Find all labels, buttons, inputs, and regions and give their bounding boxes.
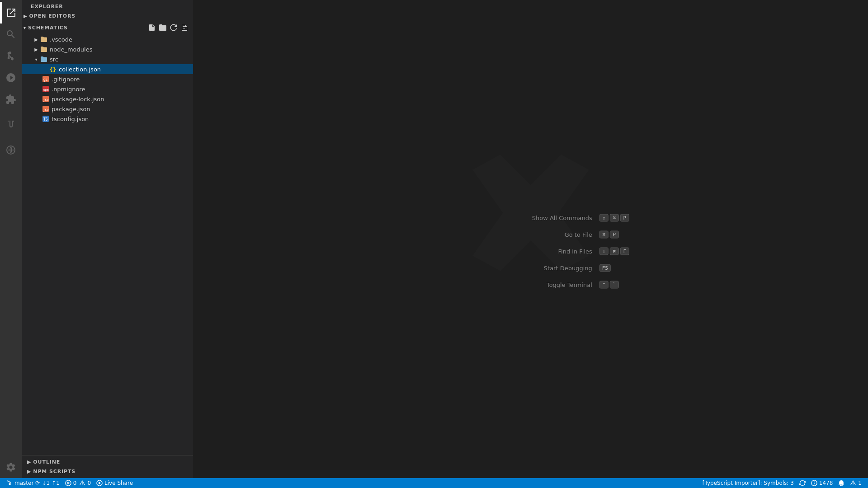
error-icon (65, 480, 71, 486)
src-folder-icon (40, 55, 48, 63)
open-editors-label: Open Editors (29, 13, 76, 19)
cmd-go-to-file-label: Go to File (520, 231, 592, 238)
src-chevron: ▾ (33, 57, 40, 62)
refresh-button[interactable] (169, 23, 179, 33)
git-sync-icon: ⟳ (35, 480, 40, 486)
tree-item-npmignore[interactable]: npm .npmignore (22, 84, 193, 94)
activity-run[interactable] (0, 67, 22, 89)
new-file-button[interactable] (147, 23, 157, 33)
collapse-all-button[interactable] (179, 23, 189, 33)
tsconfig-icon: TS (42, 115, 50, 123)
node-modules-name: node_modules (50, 46, 92, 53)
tree-item-vscode[interactable]: ▶ .vscode (22, 34, 193, 44)
svg-text:json: json (43, 108, 49, 112)
app-container: Explorer ▶ Open Editors ▾ Schematics (0, 0, 868, 478)
activity-explorer[interactable] (0, 2, 22, 23)
svg-rect-21 (853, 482, 854, 484)
cmd-toggle-terminal-label: Toggle Terminal (520, 282, 592, 288)
open-editors-section[interactable]: ▶ Open Editors (22, 11, 193, 21)
notification-status[interactable] (835, 478, 847, 488)
package-lock-name: package-lock.json (52, 96, 104, 103)
live-share-icon (96, 480, 103, 486)
live-share-status[interactable]: Live Share (94, 478, 136, 488)
sidebar-header: Explorer (22, 0, 193, 11)
npm-scripts-section[interactable]: ▶ NPM Scripts (22, 467, 193, 476)
welcome-commands: Show All Commands ⇧ ⌘ P Go to File ⌘ P F… (520, 214, 629, 298)
tree-item-collection-json[interactable]: {} collection.json (22, 64, 193, 74)
node-modules-folder-icon (40, 45, 48, 53)
open-editors-chevron: ▶ (24, 14, 28, 19)
tree-item-package-json[interactable]: json package.json (22, 104, 193, 114)
svg-point-20 (814, 482, 815, 483)
main-content: Show All Commands ⇧ ⌘ P Go to File ⌘ P F… (193, 0, 868, 478)
status-bar: master ⟳ ↓1 ↑1 0 0 Live Share [TypeScrip… (0, 478, 868, 488)
tree-item-gitignore[interactable]: gi .gitignore (22, 74, 193, 84)
npm-chevron: ▶ (27, 469, 31, 474)
npm-scripts-label: NPM Scripts (33, 469, 75, 474)
key-cmd: ⌘ (610, 214, 619, 222)
notification-icon (838, 480, 844, 486)
cmd-start-debug-keys: F5 (599, 264, 611, 272)
activity-settings[interactable] (0, 456, 22, 478)
alert-count: 1 (858, 480, 862, 486)
svg-text:gi: gi (43, 78, 48, 82)
cmd-find-files-keys: ⇧ ⌘ F (599, 248, 629, 255)
errors-warnings-status[interactable]: 0 0 (62, 478, 94, 488)
command-find-in-files: Find in Files ⇧ ⌘ F (520, 248, 629, 255)
activity-extensions[interactable] (0, 89, 22, 110)
src-name: src (50, 56, 58, 63)
tree-item-tsconfig[interactable]: TS tsconfig.json (22, 114, 193, 124)
key-shift2: ⇧ (599, 248, 609, 255)
gitignore-name: .gitignore (52, 76, 80, 83)
line-info-icon (811, 480, 817, 486)
outline-chevron: ▶ (27, 459, 31, 465)
key-f: F (620, 248, 629, 255)
live-share-label: Live Share (104, 480, 133, 486)
package-lock-icon: json (42, 95, 50, 103)
svg-point-22 (853, 484, 854, 484)
git-branch-icon (6, 480, 13, 486)
sidebar: Explorer ▶ Open Editors ▾ Schematics (22, 0, 193, 478)
outline-label: Outline (33, 459, 60, 465)
tree-item-node-modules[interactable]: ▶ node_modules (22, 44, 193, 54)
cmd-toggle-terminal-keys: ^ ` (599, 281, 619, 289)
line-info-status[interactable]: 1478 (808, 478, 836, 488)
error-count: 0 (73, 480, 77, 486)
git-down-count: ↓1 (42, 480, 50, 486)
collection-json-icon: {} (49, 65, 57, 73)
key-backtick: ` (610, 281, 619, 289)
sync-icon (799, 480, 806, 486)
new-folder-button[interactable] (158, 23, 168, 33)
schematics-section[interactable]: ▾ Schematics (22, 21, 193, 34)
activity-testing[interactable] (0, 114, 22, 136)
key-f5: F5 (599, 264, 611, 272)
tree-item-src[interactable]: ▾ src (22, 54, 193, 64)
key-shift: ⇧ (599, 214, 609, 222)
svg-rect-14 (82, 482, 83, 484)
tsconfig-name: tsconfig.json (52, 116, 89, 122)
alert-status[interactable]: 1 (847, 478, 864, 488)
schematics-label: Schematics (28, 25, 68, 31)
cmd-go-to-file-keys: ⌘ P (599, 231, 619, 239)
cmd-start-debug-label: Start Debugging (520, 265, 592, 272)
activity-remote[interactable] (0, 139, 22, 161)
tree-item-package-lock[interactable]: json package-lock.json (22, 94, 193, 104)
command-go-to-file: Go to File ⌘ P (520, 231, 629, 239)
npmignore-icon: npm (42, 85, 50, 93)
ts-importer-status[interactable]: [TypeScript Importer]: Symbols: 3 (700, 478, 797, 488)
cmd-show-all-label: Show All Commands (520, 215, 592, 221)
activity-search[interactable] (0, 23, 22, 45)
svg-text:TS: TS (43, 117, 48, 122)
key-cmd3: ⌘ (610, 248, 619, 255)
activity-source-control[interactable] (0, 45, 22, 67)
package-json-name: package.json (52, 106, 90, 113)
key-p2: P (610, 231, 619, 239)
sync-status[interactable] (797, 478, 808, 488)
outline-section[interactable]: ▶ Outline (22, 457, 193, 467)
schematics-chevron: ▾ (24, 25, 26, 30)
git-branch-status[interactable]: master ⟳ ↓1 ↑1 (4, 478, 62, 488)
schematics-actions (147, 23, 189, 33)
cmd-find-in-files-label: Find in Files (520, 248, 592, 255)
key-p: P (620, 214, 629, 222)
vscode-name: .vscode (50, 36, 72, 43)
